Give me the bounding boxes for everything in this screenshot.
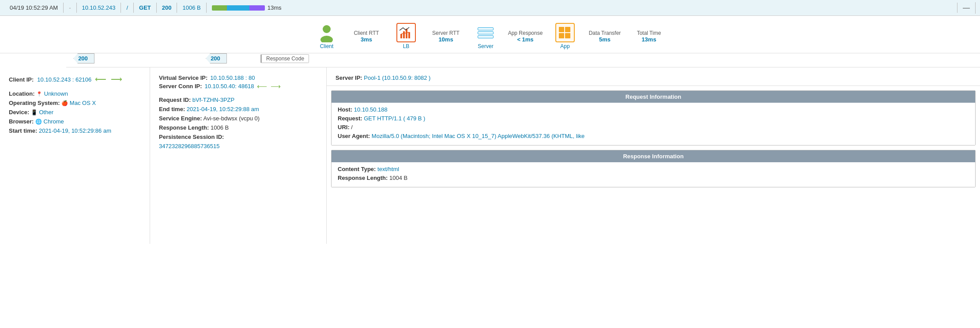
location-label: Location: xyxy=(9,90,35,97)
client-ip-row: Client IP: 10.10.52.243 : 62106 ⟵ ⟶ xyxy=(9,75,141,84)
data-transfer-block: Data Transfer 5ms xyxy=(583,30,627,43)
os-label: Operating System: xyxy=(9,100,60,106)
app-node: App xyxy=(547,23,583,49)
os-value: Mac OS X xyxy=(70,100,96,106)
vip-label: Virtual Service IP: xyxy=(159,75,207,81)
request-id-row: Request ID: bVf-TZHN-3PZP xyxy=(159,97,317,103)
svg-point-0 xyxy=(323,25,331,33)
start-time-label: Start time: xyxy=(9,127,37,134)
data-transfer-value: 5ms xyxy=(599,36,611,43)
conn-ip-value: 10.10.50.40: 48618 xyxy=(205,83,254,89)
diagram-section: Client Client RTT 3ms LB Server RTT 10ms xyxy=(0,16,980,53)
response-info-body: Content Type: text/html Response Length:… xyxy=(332,162,975,187)
client-ip-label: Client IP: xyxy=(9,76,34,83)
timing-cell: 13ms xyxy=(207,3,957,13)
server-ip-cell: 10.10.52.243 xyxy=(77,3,121,13)
svg-rect-3 xyxy=(403,31,405,38)
right-panel: Server IP: Pool-1 (10.10.50.9: 8082 ) Re… xyxy=(327,67,980,244)
status-cell: 200 xyxy=(157,3,177,13)
end-time-value: 2021-04-19, 10:52:29:88 am xyxy=(187,106,259,112)
server-rtt-value: 10ms xyxy=(438,36,453,43)
host-label: Host: xyxy=(338,106,352,113)
lb-icon xyxy=(396,23,416,42)
data-transfer-label: Data Transfer xyxy=(589,30,621,36)
host-row: Host: 10.10.50.188 xyxy=(338,106,969,113)
server-ip-row: Server IP: Pool-1 (10.10.50.9: 8082 ) xyxy=(327,67,980,86)
svg-rect-8 xyxy=(565,27,570,32)
request-id-label: Request ID: xyxy=(159,97,191,103)
svg-rect-7 xyxy=(559,27,564,32)
request-value: GET HTTP/1.1 ( 479 B ) xyxy=(364,115,425,122)
end-time-row: End time: 2021-04-19, 10:52:29:88 am xyxy=(159,106,317,112)
location-row: Location: 📍 Unknown xyxy=(9,90,141,97)
browser-value: Chrome xyxy=(44,118,64,125)
content-type-value: text/html xyxy=(377,166,399,172)
response-length-value: 1006 B xyxy=(211,124,229,131)
app-response-label: App Response xyxy=(508,30,543,36)
app-response-value: < 1ms xyxy=(517,36,533,43)
resp-length-value: 1004 B xyxy=(389,175,407,181)
code-value-right: 200 xyxy=(206,53,227,63)
vip-value: 10.10.50.188 : 80 xyxy=(210,75,255,81)
server-icon xyxy=(476,23,495,42)
server-ip-label: Server IP: xyxy=(335,75,362,81)
device-row: Device: 📱 Other xyxy=(9,109,141,116)
device-label: Device: xyxy=(9,109,29,116)
total-time-value: 13ms xyxy=(641,36,656,43)
total-time-block: Total Time 13ms xyxy=(627,30,671,43)
code-badge-left: 200 xyxy=(66,53,102,63)
svg-line-6 xyxy=(401,32,409,34)
user-agent-value: Mozilla/5.0 (Macintosh; Intel Mac OS X 1… xyxy=(372,133,584,139)
conn-arrow-icon: ⟵ ⟶ xyxy=(257,82,281,90)
request-info-box: Request Information Host: 10.10.50.188 R… xyxy=(331,90,976,145)
top-bar: 04/19 10:52:29 AM - 10.10.52.243 / GET 2… xyxy=(0,0,980,16)
host-value: 10.10.50.188 xyxy=(354,106,388,113)
svg-rect-2 xyxy=(400,34,402,38)
lb-label: LB xyxy=(403,43,410,49)
svg-point-1 xyxy=(320,36,333,42)
left-panel: Client IP: 10.10.52.243 : 62106 ⟵ ⟶ Loca… xyxy=(0,67,150,244)
client-ip-value: 10.10.52.243 : 62106 xyxy=(37,76,91,83)
method-cell: GET xyxy=(134,3,157,13)
svg-rect-5 xyxy=(408,32,410,38)
start-time-value: 2021-04-19, 10:52:29:86 am xyxy=(39,127,111,134)
request-row: Request: GET HTTP/1.1 ( 479 B ) xyxy=(338,115,969,122)
svg-rect-9 xyxy=(559,33,564,38)
request-info-body: Host: 10.10.50.188 Request: GET HTTP/1.1… xyxy=(332,103,975,145)
request-id-value: bVf-TZHN-3PZP xyxy=(192,97,234,103)
timing-ms: 13ms xyxy=(268,4,282,11)
mid-panel: Virtual Service IP: 10.10.50.188 : 80 Se… xyxy=(150,67,327,244)
code-badge-right: 200 xyxy=(199,53,234,63)
response-info-header: Response Information xyxy=(332,150,975,162)
uri-row: URI: / xyxy=(338,124,969,130)
dash-cell: - xyxy=(64,3,76,13)
server-label: Server xyxy=(478,43,493,49)
response-length-label: Response Length: xyxy=(159,124,209,131)
collapse-button[interactable]: — xyxy=(957,2,976,14)
service-engine-value: Avi-se-bdwsx (vcpu 0) xyxy=(203,115,260,122)
resp-length-label: Response Length: xyxy=(338,175,388,181)
client-node: Client xyxy=(309,23,344,49)
conn-ip-label: Server Conn IP: xyxy=(159,83,202,89)
client-rtt-label: Client RTT xyxy=(354,30,379,36)
location-pin-icon: 📍 xyxy=(36,91,42,97)
lb-node: LB xyxy=(388,23,424,49)
uri-label: URI: xyxy=(338,124,350,130)
app-icon xyxy=(555,23,575,42)
resp-length-row: Response Length: 1004 B xyxy=(338,175,969,181)
timestamp: 04/19 10:52:29 AM xyxy=(4,3,64,13)
request-info-header: Request Information xyxy=(332,91,975,103)
content-type-label: Content Type: xyxy=(338,166,376,172)
browser-label: Browser: xyxy=(9,118,34,125)
timing-seg-blue xyxy=(227,5,249,11)
os-row: Operating System: 🍎 Mac OS X xyxy=(9,100,141,106)
service-engine-label: Service Engine: xyxy=(159,115,202,122)
content-type-row: Content Type: text/html xyxy=(338,166,969,172)
timing-bar xyxy=(212,5,265,11)
path-cell: / xyxy=(121,3,134,13)
vip-row: Virtual Service IP: 10.10.50.188 : 80 xyxy=(159,75,317,81)
start-time-row: Start time: 2021-04-19, 10:52:29:86 am xyxy=(9,127,141,134)
code-value-left: 200 xyxy=(73,53,94,63)
persistence-row: Persistence Session ID: xyxy=(159,134,317,140)
server-rtt-block: Server RTT 10ms xyxy=(424,30,468,43)
